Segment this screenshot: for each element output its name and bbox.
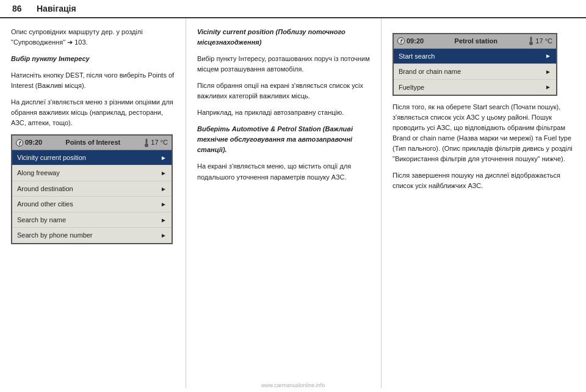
row-label: Fueltype [399,82,424,93]
thermometer-icon [143,139,150,147]
page-number: 86 [12,4,37,13]
col-left: Опис супровідних маршруту дер. у розділі… [0,18,186,388]
nav-row[interactable]: Fueltype► [394,80,556,95]
page-title: Навігація [37,4,76,13]
row-arrow: ► [545,82,551,92]
col-right: 09:20 Petrol station 17 °C Start search►… [382,18,586,388]
nav-time-poi: 09:20 [16,137,42,148]
page-header: 86 Навігація [0,0,586,18]
nav-row[interactable]: Brand or chain name► [394,64,556,80]
nav-row[interactable]: Vicinity current position► [12,150,172,166]
mid-heading2: Виберіть Automotive & Petrol Station (Ва… [197,124,370,155]
left-para1: Опис супровідних маршруту дер. у розділі… [11,27,175,48]
row-arrow: ► [161,184,167,194]
row-label: Around destination [17,184,73,194]
svg-point-1 [145,143,148,147]
row-label: Vicinity current position [17,153,86,163]
clock-icon [16,139,23,147]
row-arrow: ► [545,51,551,60]
right-para1: Після того, як на оберете Start search (… [392,102,575,164]
nav-row[interactable]: Start search► [394,49,556,65]
left-para3: На дисплеї з'являється меню з різними оп… [11,97,175,128]
nav-time-petrol: 09:20 [397,36,424,46]
mid-heading1: Vicinity current position (Поблизу поточ… [197,27,370,48]
row-label: Around other cities [17,199,73,209]
nav-row[interactable]: Around other cities► [12,197,172,212]
row-arrow: ► [161,216,167,225]
row-label: Along freeway [17,168,60,178]
mid-para4: На екрані з'являється меню, що містить о… [197,161,370,182]
nav-title-petrol: Petrol station [455,36,497,46]
thermometer-icon-2 [528,37,534,45]
nav-screen-header-poi: 09:20 Points of Interest 17 °C [12,136,172,150]
clock-icon-2 [397,37,405,45]
mid-para3: Наприклад, на прикладі автозаправну стан… [197,107,370,118]
left-heading1: Вибір пункту Інтересу [11,54,175,64]
nav-row[interactable]: Around destination► [12,181,172,197]
main-content: Опис супровідних маршруту дер. у розділі… [0,18,586,388]
row-label: Brand or chain name [399,67,461,77]
nav-row[interactable]: Search by name► [12,212,172,228]
watermark: www.carmanualonline.info [261,382,325,388]
mid-para1: Вибір пункту Інтересу, розташованих пору… [197,54,370,74]
nav-screen-header-petrol: 09:20 Petrol station 17 °C [394,34,556,49]
row-arrow: ► [161,200,167,209]
row-label: Search by name [17,215,66,225]
row-label: Search by phone number [17,230,93,241]
nav-rows-petrol: Start search►Brand or chain name►Fueltyp… [394,49,556,95]
nav-screen-poi: 09:20 Points of Interest 17 °C Vicinity … [11,134,173,244]
row-arrow: ► [545,67,551,76]
right-para2: Після завершення пошуку на дисплеї відоб… [392,170,575,191]
row-label: Start search [399,51,435,62]
row-arrow: ► [161,169,167,178]
svg-rect-0 [146,139,148,143]
nav-screen-petrol: 09:20 Petrol station 17 °C Start search►… [392,33,557,96]
col-middle: Vicinity current position (Поблизу поточ… [186,18,382,388]
left-para2: Натисніть кнопку DEST, після чого вибері… [11,70,175,91]
row-arrow: ► [161,231,167,240]
nav-title-poi: Points of Interest [65,137,120,148]
svg-point-3 [529,42,533,45]
mid-para2: Після обрання опції на екрані з'являєтьс… [197,81,370,101]
nav-temp-petrol: 17 °C [528,36,552,46]
nav-rows-poi: Vicinity current position►Along freeway►… [12,150,172,243]
nav-temp-poi: 17 °C [143,137,168,148]
nav-row[interactable]: Along freeway► [12,165,172,181]
nav-row[interactable]: Search by phone number► [12,228,172,243]
svg-rect-2 [530,37,532,42]
row-arrow: ► [161,153,167,162]
